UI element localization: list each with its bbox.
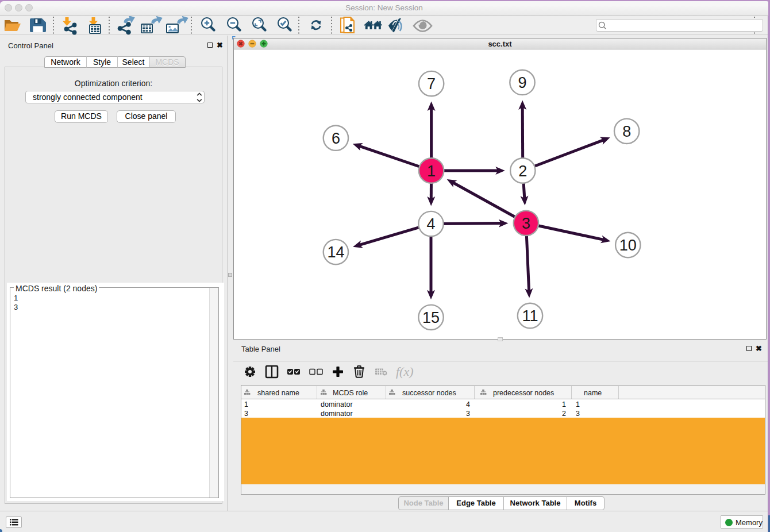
svg-text:9: 9 — [518, 74, 526, 91]
svg-text:f(x): f(x) — [396, 364, 414, 379]
svg-text:15: 15 — [422, 309, 440, 326]
svg-text:11: 11 — [522, 307, 538, 325]
svg-text:4: 4 — [426, 215, 435, 233]
svg-text:3: 3 — [522, 215, 530, 232]
svg-text:14: 14 — [327, 244, 344, 261]
svg-text:1: 1 — [427, 163, 436, 180]
svg-text:2: 2 — [518, 163, 527, 180]
svg-text:8: 8 — [622, 123, 631, 140]
svg-text:7: 7 — [427, 75, 436, 92]
svg-text:6: 6 — [332, 130, 340, 147]
svg-text:10: 10 — [619, 237, 637, 254]
